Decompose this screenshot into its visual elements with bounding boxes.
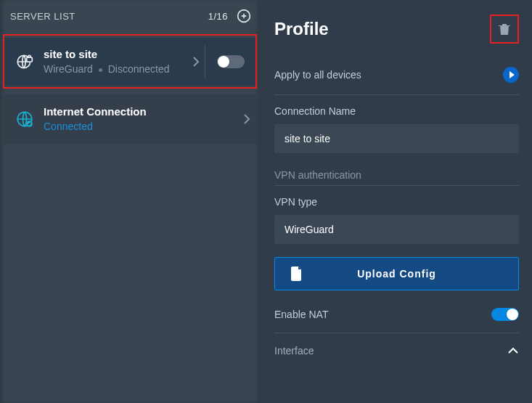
chevron-up-icon	[507, 347, 519, 354]
server-card-title: Internet Connection	[44, 105, 238, 118]
svg-rect-4	[27, 57, 33, 62]
profile-title: Profile	[274, 19, 329, 39]
enable-nat-row: Enable NAT	[274, 301, 519, 328]
chevron-right-icon	[238, 113, 255, 125]
server-list-title: SERVER LIST	[10, 11, 75, 22]
profile-header: Profile	[274, 15, 519, 44]
divider	[274, 94, 519, 95]
connection-name-label: Connection Name	[274, 105, 519, 117]
server-card-text: Internet Connection Connected	[44, 105, 238, 132]
interface-section-toggle[interactable]: Interface	[274, 335, 519, 367]
interface-label: Interface	[274, 345, 314, 357]
divider	[274, 185, 519, 186]
server-card-internet[interactable]: Internet Connection Connected	[4, 95, 255, 142]
apply-all-row: Apply to all devices	[274, 60, 519, 90]
server-card-site-to-site[interactable]: site to site WireGuardDisconnected	[4, 38, 255, 85]
profile-panel: Profile Apply to all devices Connection …	[260, 0, 532, 403]
server-card-status: Disconnected	[108, 63, 170, 75]
apply-all-button[interactable]	[503, 67, 519, 83]
vpn-auth-label: VPN authentication	[274, 169, 519, 181]
globe-lock-icon	[15, 52, 35, 72]
server-toggle[interactable]	[217, 55, 245, 68]
divider	[274, 333, 519, 333]
enable-nat-label: Enable NAT	[274, 309, 328, 320]
server-card-status: Connected	[44, 121, 93, 132]
enable-nat-toggle[interactable]	[491, 308, 519, 321]
vpn-type-input[interactable]	[274, 215, 519, 244]
server-card-protocol: WireGuard	[44, 63, 93, 75]
add-server-button[interactable]	[237, 9, 251, 23]
connection-name-input[interactable]	[274, 124, 519, 153]
server-list-count: 1/16	[208, 11, 228, 22]
apply-all-label: Apply to all devices	[274, 69, 361, 81]
chevron-right-icon	[187, 56, 205, 68]
server-list-panel: SERVER LIST 1/16 site to site WireGuardD…	[0, 0, 260, 403]
play-icon	[510, 71, 515, 78]
upload-config-label: Upload Config	[291, 268, 502, 280]
globe-online-icon	[15, 109, 35, 129]
server-list-header: SERVER LIST 1/16	[4, 4, 255, 28]
server-card-subtitle: Connected	[44, 121, 238, 132]
trash-icon	[499, 23, 510, 36]
server-card-text: site to site WireGuardDisconnected	[44, 48, 187, 75]
vpn-type-label: VPN type	[274, 196, 519, 208]
plus-circle-icon	[237, 9, 251, 23]
upload-config-button[interactable]: Upload Config	[274, 257, 519, 290]
server-card-subtitle: WireGuardDisconnected	[44, 63, 187, 75]
delete-profile-button[interactable]	[490, 15, 519, 44]
server-card-title: site to site	[44, 48, 187, 60]
